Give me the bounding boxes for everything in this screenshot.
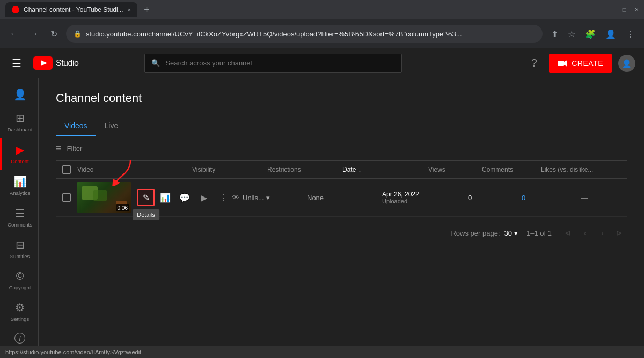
sidebar-item-analytics[interactable]: 📊 Analytics <box>0 170 38 201</box>
avatar-button[interactable]: 👤 <box>618 55 635 72</box>
col-header-date[interactable]: Date ↓ <box>342 166 428 173</box>
menu-icon[interactable]: ⋮ <box>623 26 638 42</box>
prev-page-icon: ‹ <box>584 229 587 237</box>
video-actions: ✎ Details 📊 💬 ▶ ⋮ <box>137 189 232 206</box>
likes-cell: — <box>581 194 644 202</box>
extension-icon[interactable]: 🧩 <box>582 26 599 42</box>
sidebar-item-profile[interactable]: 👤 <box>0 83 38 106</box>
next-page-button[interactable]: › <box>595 225 610 240</box>
profile-icon[interactable]: 👤 <box>602 26 619 42</box>
sidebar-item-dashboard[interactable]: ⊞ Dashboard <box>0 106 38 138</box>
window-close[interactable]: × <box>635 6 639 13</box>
svg-rect-2 <box>558 61 564 66</box>
browser-titlebar: Channel content - YouTube Studi... × + —… <box>0 0 644 19</box>
prev-page-button[interactable]: ‹ <box>577 225 592 240</box>
comment-icon: 💬 <box>179 193 190 203</box>
visibility-value: Unlis... <box>243 194 264 202</box>
sidebar-item-label: Copyright <box>9 284 31 290</box>
browser-tab[interactable]: Channel content - YouTube Studi... × <box>5 2 137 17</box>
tab-title: Channel content - YouTube Studi... <box>24 6 123 13</box>
help-button[interactable]: ? <box>525 55 543 72</box>
play-icon: ▶ <box>201 193 207 203</box>
views-cell: 0 <box>468 194 522 202</box>
search-bar[interactable]: 🔍 <box>144 54 402 73</box>
bookmark-icon[interactable]: ☆ <box>565 26 579 42</box>
browser-chrome: Channel content - YouTube Studi... × + —… <box>0 0 644 48</box>
date-cell: Apr 26, 2022 Uploaded <box>382 191 468 204</box>
filter-label[interactable]: Filter <box>67 144 83 152</box>
sidebar-item-copyright[interactable]: © Copyright <box>0 265 38 296</box>
search-input[interactable] <box>165 59 395 67</box>
pagination: Rows per page: 30 ▾ 1–1 of 1 ⊲ ‹ › <box>56 217 627 249</box>
create-label: CREATE <box>572 59 603 68</box>
forward-button[interactable]: → <box>27 26 42 42</box>
avatar-icon: 👤 <box>622 59 631 68</box>
restrictions-cell: None <box>307 194 382 202</box>
hamburger-button[interactable]: ☰ <box>9 54 25 73</box>
help-icon: ? <box>531 57 537 69</box>
table-row: 0:06 ✎ Details 📊 💬 <box>56 179 627 217</box>
rows-per-page: Rows per page: 30 ▾ <box>451 229 518 237</box>
details-tooltip: Details <box>133 209 159 220</box>
more-icon: ⋮ <box>219 193 228 203</box>
sidebar-item-label: Dashboard <box>8 127 32 133</box>
filter-icon[interactable]: ≡ <box>56 143 62 154</box>
analytics-button[interactable]: 📊 <box>157 189 174 206</box>
eye-icon: 👁 <box>232 193 239 202</box>
content-area: Channel content Videos Live ≡ Filter <box>39 78 644 358</box>
settings-icon: ⚙ <box>15 301 25 314</box>
back-button[interactable]: ← <box>6 26 21 42</box>
monetize-button[interactable]: ▶ <box>195 189 213 206</box>
address-text: studio.youtube.com/channel/UCvY_iICkXoZY… <box>86 30 535 38</box>
dropdown-arrow-icon: ▾ <box>266 194 270 202</box>
comments-button[interactable]: 💬 <box>176 189 193 206</box>
first-page-button[interactable]: ⊲ <box>560 225 575 240</box>
main-layout: 👤 ⊞ Dashboard ▶ Content 📊 Analytics ☰ Co… <box>0 78 644 358</box>
details-button[interactable]: ✎ Details <box>137 189 155 206</box>
copyright-icon: © <box>16 270 24 282</box>
visibility-dropdown[interactable]: Unlis... ▾ <box>243 194 270 202</box>
status-url: https://studio.youtube.com/video/8Am0ySV… <box>5 349 141 355</box>
tab-videos[interactable]: Videos <box>56 116 96 136</box>
select-all-checkbox[interactable] <box>62 165 71 174</box>
row-checkbox[interactable] <box>62 193 71 202</box>
window-minimize[interactable]: — <box>608 6 614 13</box>
window-maximize[interactable]: □ <box>623 6 626 13</box>
refresh-button[interactable]: ↻ <box>47 26 61 42</box>
col-header-likes: Likes (vs. dislike... <box>541 166 627 173</box>
tab-close-button[interactable]: × <box>128 6 131 13</box>
share-icon[interactable]: ⬆ <box>548 26 561 42</box>
filter-row: ≡ Filter <box>56 136 627 161</box>
sidebar-item-content[interactable]: ▶ Content <box>0 138 38 170</box>
visibility-cell: 👁 Unlis... ▾ <box>232 193 307 202</box>
window-controls: — □ × <box>608 6 639 13</box>
new-tab-button[interactable]: + <box>142 2 152 18</box>
sidebar-item-subtitles[interactable]: ⊟ Subtitles <box>0 233 38 265</box>
date-main: Apr 26, 2022 <box>382 191 468 198</box>
sort-arrow-icon: ↓ <box>358 166 361 173</box>
sidebar: 👤 ⊞ Dashboard ▶ Content 📊 Analytics ☰ Co… <box>0 78 39 358</box>
tab-live[interactable]: Live <box>96 116 127 136</box>
rows-select-dropdown[interactable]: 30 ▾ <box>504 229 518 237</box>
row-checkbox-cell <box>56 193 77 202</box>
col-header-views: Views <box>428 166 482 173</box>
dashboard-icon: ⊞ <box>16 112 25 125</box>
logo-area[interactable]: Studio <box>33 56 78 70</box>
page-info: 1–1 of 1 <box>526 229 552 237</box>
sidebar-item-settings[interactable]: ⚙ Settings <box>0 296 38 327</box>
analytics-icon: 📊 <box>13 175 27 188</box>
col-header-restrictions: Restrictions <box>267 166 342 173</box>
header-checkbox-cell <box>56 165 77 174</box>
more-options-button[interactable]: ⋮ <box>215 189 232 206</box>
sidebar-item-comments[interactable]: ☰ Comments <box>0 201 38 233</box>
address-bar[interactable]: 🔒 studio.youtube.com/channel/UCvY_iICkXo… <box>66 25 543 43</box>
next-page-icon: › <box>601 229 604 237</box>
browser-actions: ⬆ ☆ 🧩 👤 ⋮ <box>548 26 638 42</box>
last-page-button[interactable]: ⊳ <box>612 225 627 240</box>
date-sub: Uploaded <box>382 198 468 204</box>
browser-toolbar: ← → ↻ 🔒 studio.youtube.com/channel/UCvY_… <box>0 19 644 48</box>
status-bar: https://studio.youtube.com/video/8Am0ySV… <box>0 346 644 358</box>
sidebar-item-label: Content <box>11 158 28 164</box>
col-header-visibility: Visibility <box>192 166 267 173</box>
create-button[interactable]: CREATE <box>549 54 612 73</box>
